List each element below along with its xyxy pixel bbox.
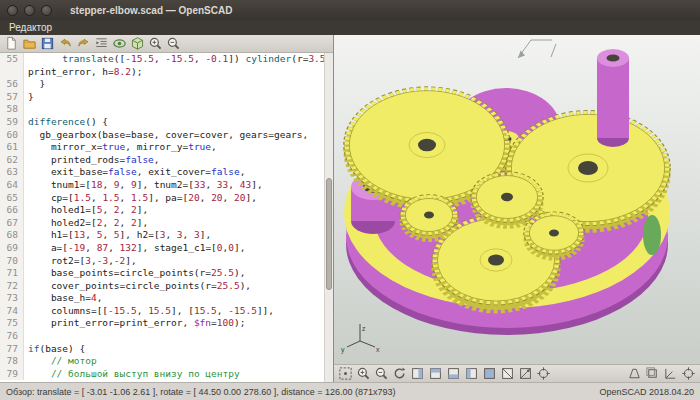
orthogonal-icon — [645, 366, 660, 381]
code-line[interactable]: 74 columns=[[-15.5, 15.5], [15.5, -15.5]… — [0, 305, 333, 318]
open-file-button[interactable] — [21, 36, 38, 52]
line-number: 62 — [0, 154, 24, 167]
indent-icon — [94, 36, 109, 51]
line-number: 69 — [0, 242, 24, 255]
code-text: columns=[[-15.5, 15.5], [15.5, -15.5]], — [24, 305, 274, 318]
code-line[interactable]: 68 h1=[13, 5, 5], h2=[3, 3, 3], — [0, 229, 333, 242]
menubar: Редактор — [0, 20, 700, 35]
line-number: 79 — [0, 368, 24, 381]
code-text: holed2=[2, 2, 2], — [24, 217, 148, 230]
code-line[interactable]: 58 — [0, 103, 333, 116]
code-line[interactable]: 67 holed2=[2, 2, 2], — [0, 217, 333, 230]
code-text: printed_rods=false, — [24, 154, 160, 167]
code-line[interactable]: 60 gb_gearbox(base=base, cover=cover, ge… — [0, 129, 333, 142]
view-front-button[interactable] — [481, 366, 498, 382]
maximize-button[interactable] — [41, 5, 52, 16]
code-line[interactable]: 61 mirror_x=true, mirror_y=true, — [0, 141, 333, 154]
view-all-icon — [338, 366, 353, 381]
viewport-toolbar — [334, 364, 700, 382]
view-left-icon — [464, 366, 479, 381]
view-all-button[interactable] — [337, 366, 354, 382]
zoom-text-out-button[interactable] — [165, 36, 182, 52]
show-crosshairs-button[interactable] — [680, 366, 697, 382]
code-text: difference() { — [24, 116, 108, 129]
view-right-button[interactable] — [409, 366, 426, 382]
code-line[interactable]: 78 // мотор — [0, 355, 333, 368]
main-content: 55 translate([-15.5, -15.5, -0.1]) cylin… — [0, 35, 700, 382]
new-file-button[interactable] — [3, 36, 20, 52]
code-line[interactable]: print_error, h=8.2); — [0, 66, 333, 79]
view-left-button[interactable] — [463, 366, 480, 382]
code-line[interactable]: 79 // большой выступ внизу по центру — [0, 368, 333, 381]
new-file-icon — [4, 36, 19, 51]
undo-icon — [58, 36, 73, 51]
view-bottom-button[interactable] — [445, 366, 462, 382]
view-top-button[interactable] — [427, 366, 444, 382]
view-diagonal-button[interactable] — [517, 366, 534, 382]
zoom-text-in-button[interactable] — [147, 36, 164, 52]
view-back-icon — [500, 366, 515, 381]
scrollbar-thumb[interactable] — [326, 178, 332, 290]
status-viewport-info: Обзор: translate = [ -3.01 -1.06 2.61 ],… — [6, 387, 591, 397]
code-line[interactable]: 57} — [0, 91, 333, 104]
code-line[interactable]: 62 printed_rods=false, — [0, 154, 333, 167]
statusbar: Обзор: translate = [ -3.01 -1.06 2.61 ],… — [0, 382, 700, 400]
code-line[interactable]: 71 base_points=circle_points(r=25.5), — [0, 267, 333, 280]
code-line[interactable]: 55 translate([-15.5, -15.5, -0.1]) cylin… — [0, 53, 333, 66]
open-file-icon — [22, 36, 37, 51]
render-button[interactable] — [129, 36, 146, 52]
code-line[interactable]: 75 print_error=print_error, $fn=100); — [0, 317, 333, 330]
line-number: 72 — [0, 280, 24, 293]
code-text: base_points=circle_points(r=25.5), — [24, 267, 245, 280]
code-text: tnum1=[18, 9, 9], tnum2=[33, 33, 43], — [24, 179, 263, 192]
view-back-button[interactable] — [499, 366, 516, 382]
line-number: 74 — [0, 305, 24, 318]
menu-editor[interactable]: Редактор — [0, 22, 61, 33]
line-number: 55 — [0, 53, 24, 66]
code-line[interactable]: 65 cp=[1.5, 1.5, 1.5], pa=[20, 20, 20], — [0, 192, 333, 205]
view-top-icon — [428, 366, 443, 381]
redo-button[interactable] — [75, 36, 92, 52]
zoom-in-button[interactable] — [355, 366, 372, 382]
code-line[interactable]: 64 tnum1=[18, 9, 9], tnum2=[33, 33, 43], — [0, 179, 333, 192]
perspective-button[interactable] — [626, 366, 643, 382]
close-button[interactable] — [7, 5, 18, 16]
indent-button[interactable] — [93, 36, 110, 52]
code-editor[interactable]: 55 translate([-15.5, -15.5, -0.1]) cylin… — [0, 53, 333, 382]
3d-viewport[interactable]: z x y — [334, 35, 700, 364]
code-line[interactable]: 69 a=[-19, 87, 132], stage1_c1=[0,0], — [0, 242, 333, 255]
perspective-icon — [627, 366, 642, 381]
zoom-out-button[interactable] — [373, 366, 390, 382]
undo-button[interactable] — [57, 36, 74, 52]
code-line[interactable]: 72 cover_points=circle_points(r=25.5), — [0, 280, 333, 293]
axis-x-label: x — [376, 346, 380, 353]
code-line[interactable]: 66 holed1=[5, 2, 2], — [0, 204, 333, 217]
line-number: 56 — [0, 78, 24, 91]
code-line[interactable]: 59difference() { — [0, 116, 333, 129]
code-line[interactable]: 73 base_h=4, — [0, 292, 333, 305]
code-text — [24, 103, 28, 116]
zoom-out-icon — [374, 366, 389, 381]
viewport-toolbar-left — [337, 366, 552, 382]
line-number: 70 — [0, 255, 24, 268]
editor-scrollbar[interactable] — [324, 53, 333, 382]
view-diagonal-icon — [518, 366, 533, 381]
reset-view-button[interactable] — [391, 366, 408, 382]
code-line[interactable]: 56 } — [0, 78, 333, 91]
show-axes-button[interactable] — [662, 366, 679, 382]
code-text: exit_base=false, exit_cover=false, — [24, 166, 245, 179]
line-number: 71 — [0, 267, 24, 280]
line-number: 65 — [0, 192, 24, 205]
code-line[interactable]: 76 — [0, 330, 333, 343]
orthogonal-button[interactable] — [644, 366, 661, 382]
code-line[interactable]: 77if(base) { — [0, 343, 333, 356]
view-center-button[interactable] — [535, 366, 552, 382]
preview-button[interactable] — [111, 36, 128, 52]
view-center-icon — [536, 366, 551, 381]
code-text: if(base) { — [24, 343, 85, 356]
minimize-button[interactable] — [24, 5, 35, 16]
save-file-button[interactable] — [39, 36, 56, 52]
code-line[interactable]: 63 exit_base=false, exit_cover=false, — [0, 166, 333, 179]
viewport-wrap: z x y — [334, 35, 700, 364]
code-line[interactable]: 70 rot2=[3,-3,-2], — [0, 255, 333, 268]
